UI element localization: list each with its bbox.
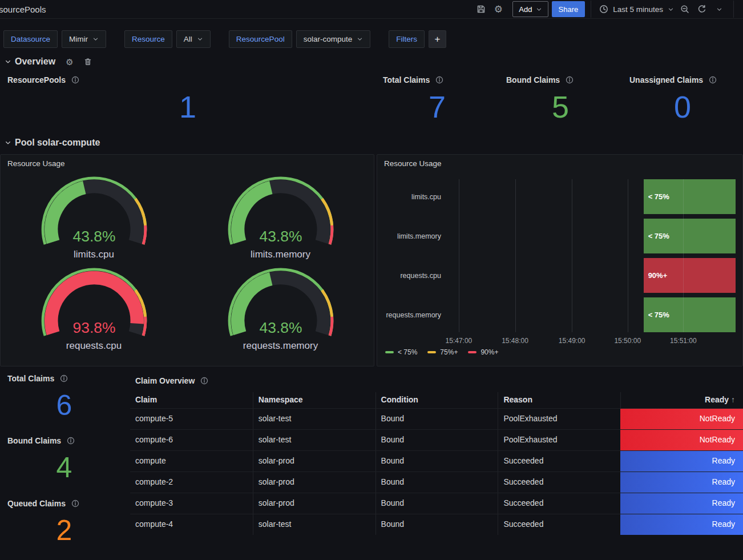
gridline bbox=[572, 179, 572, 332]
claim-table: ClaimNamespaceConditionReasonReady ↑ com… bbox=[130, 392, 743, 535]
dashboard-title: sourcePools bbox=[0, 5, 46, 14]
panel-info-button[interactable] bbox=[709, 76, 717, 84]
gauge-arc: 43.8% bbox=[225, 175, 337, 248]
section-title-label: Overview bbox=[15, 57, 55, 67]
gauge-arc: 43.8% bbox=[38, 175, 150, 248]
resource-usage-timeline-panel: Resource Usage limits.cpulimits.memoryre… bbox=[377, 154, 743, 366]
legend-item[interactable]: 90%+ bbox=[468, 348, 498, 356]
chevron-down-icon bbox=[92, 36, 99, 42]
info-icon bbox=[435, 76, 443, 84]
cell-ready: NotReady bbox=[620, 430, 743, 450]
column-header-claim[interactable]: Claim bbox=[130, 392, 253, 408]
add-button[interactable]: Add bbox=[512, 1, 548, 17]
gear-icon: ⚙ bbox=[66, 58, 73, 66]
panel-info-button[interactable] bbox=[566, 76, 574, 84]
table-row[interactable]: compute-6solar-testBoundPoolExhaustedNot… bbox=[130, 429, 743, 450]
side-stats-column: Total Claims 6 Bound Claims 4 Queued Cla… bbox=[0, 369, 128, 553]
refresh-button[interactable] bbox=[693, 1, 710, 17]
stat-title: Bound Claims bbox=[506, 75, 560, 84]
resource-filter-value[interactable]: All bbox=[176, 30, 211, 48]
timeline-row: < 75% bbox=[451, 297, 736, 332]
resourcepool-filter-value[interactable]: solar-compute bbox=[296, 30, 371, 48]
panel-info-button[interactable] bbox=[71, 499, 79, 507]
gauge-value: 43.8% bbox=[259, 319, 302, 336]
info-icon bbox=[71, 76, 79, 84]
zoom-out-icon bbox=[680, 5, 689, 14]
cell-reason: Succeeded bbox=[498, 472, 620, 493]
gauge-arc: 93.8% bbox=[38, 266, 150, 340]
panel-info-button[interactable] bbox=[60, 374, 68, 382]
stat-value: 6 bbox=[0, 390, 128, 421]
state-block[interactable]: 90%+ bbox=[644, 258, 736, 293]
cell-condition: Bound bbox=[375, 514, 498, 535]
table-row[interactable]: compute-3solar-prodBoundSucceededReady bbox=[130, 493, 743, 514]
cell-claim: compute-2 bbox=[130, 472, 253, 493]
cell-claim: compute-5 bbox=[130, 409, 253, 429]
share-button[interactable]: Share bbox=[552, 1, 585, 17]
stat-title: Unassigned Claims bbox=[629, 75, 703, 84]
cell-condition: Bound bbox=[375, 451, 498, 472]
gauge-grid: 43.8%limits.cpu43.8%limits.memory93.8%re… bbox=[1, 172, 374, 352]
cell-reason: Succeeded bbox=[498, 451, 620, 472]
legend-label: < 75% bbox=[398, 348, 417, 356]
stat-value: 0 bbox=[622, 90, 743, 124]
panel-title: Claim Overview bbox=[135, 376, 195, 385]
dashboard-settings-button[interactable]: ⚙ bbox=[490, 1, 507, 17]
share-button-label: Share bbox=[559, 5, 579, 14]
state-block[interactable]: < 75% bbox=[644, 219, 736, 253]
resourcepool-value-label: solar-compute bbox=[304, 35, 353, 43]
cell-namespace: solar-prod bbox=[253, 451, 375, 472]
overview-section-header: Overview ⚙ bbox=[0, 48, 743, 67]
zoom-out-button[interactable] bbox=[676, 1, 693, 17]
gridline bbox=[628, 179, 628, 332]
table-row[interactable]: compute-5solar-testBoundPoolExhaustedNot… bbox=[130, 408, 743, 429]
info-icon bbox=[566, 76, 574, 84]
panel-info-button[interactable] bbox=[71, 76, 79, 84]
gridline bbox=[683, 179, 684, 332]
timeline-plot: < 75%< 75%90%+< 75% bbox=[451, 179, 736, 332]
stat-total-claims-pool: Total Claims 6 bbox=[0, 369, 128, 428]
info-icon bbox=[67, 437, 75, 445]
column-header-condition[interactable]: Condition bbox=[375, 392, 498, 408]
timeline-row: < 75% bbox=[451, 179, 736, 214]
table-row[interactable]: compute-2solar-prodBoundSucceededReady bbox=[130, 472, 743, 493]
table-row[interactable]: compute-4solar-testBoundSucceededReady bbox=[130, 514, 743, 535]
state-block[interactable]: < 75% bbox=[644, 297, 736, 332]
cell-ready: Ready bbox=[620, 472, 743, 493]
column-header-ready[interactable]: Ready ↑ bbox=[620, 392, 743, 408]
panel-info-button[interactable] bbox=[435, 76, 443, 84]
add-filter-button[interactable]: + bbox=[429, 30, 446, 48]
datasource-value-label: Mimir bbox=[69, 35, 88, 43]
cell-claim: compute bbox=[130, 451, 253, 472]
gauge-value: 43.8% bbox=[259, 228, 302, 245]
stat-resourcepools: ResourcePools 1 bbox=[0, 71, 375, 130]
timeline-legend: < 75%75%+90%+ bbox=[377, 347, 742, 356]
legend-item[interactable]: < 75% bbox=[385, 348, 417, 356]
panel-info-button[interactable] bbox=[67, 437, 75, 445]
section-title-label: Pool solar-compute bbox=[15, 138, 100, 148]
timeline-row-label: limits.memory bbox=[377, 219, 451, 253]
overview-stats-row: ResourcePools 1 Total Claims 7 Bound Cla… bbox=[0, 71, 743, 130]
stat-total-claims: Total Claims 7 bbox=[375, 71, 499, 130]
column-header-namespace[interactable]: Namespace bbox=[253, 392, 375, 408]
column-header-reason[interactable]: Reason bbox=[498, 392, 620, 408]
refresh-interval-dropdown[interactable] bbox=[710, 1, 728, 17]
legend-swatch bbox=[385, 351, 394, 353]
row-delete-button[interactable] bbox=[84, 58, 92, 66]
gauge-label: requests.cpu bbox=[66, 340, 122, 352]
time-range-picker[interactable]: Last 5 minutes bbox=[597, 5, 676, 14]
chevron-down-icon bbox=[536, 6, 542, 13]
state-block[interactable]: < 75% bbox=[644, 179, 736, 214]
chevron-down-icon bbox=[5, 139, 11, 146]
gauge-label: limits.cpu bbox=[74, 249, 114, 260]
legend-item[interactable]: 75%+ bbox=[427, 348, 458, 356]
pool-section-toggle[interactable]: Pool solar-compute bbox=[5, 138, 100, 148]
table-row[interactable]: computesolar-prodBoundSucceededReady bbox=[130, 450, 743, 472]
panel-info-button[interactable] bbox=[200, 377, 208, 385]
gauge-arc: 43.8% bbox=[225, 266, 337, 340]
save-dashboard-button[interactable] bbox=[473, 1, 490, 17]
overview-section-toggle[interactable]: Overview bbox=[5, 57, 55, 67]
row-settings-button[interactable]: ⚙ bbox=[66, 58, 73, 66]
cell-reason: Succeeded bbox=[498, 493, 620, 514]
datasource-filter-value[interactable]: Mimir bbox=[62, 30, 106, 48]
